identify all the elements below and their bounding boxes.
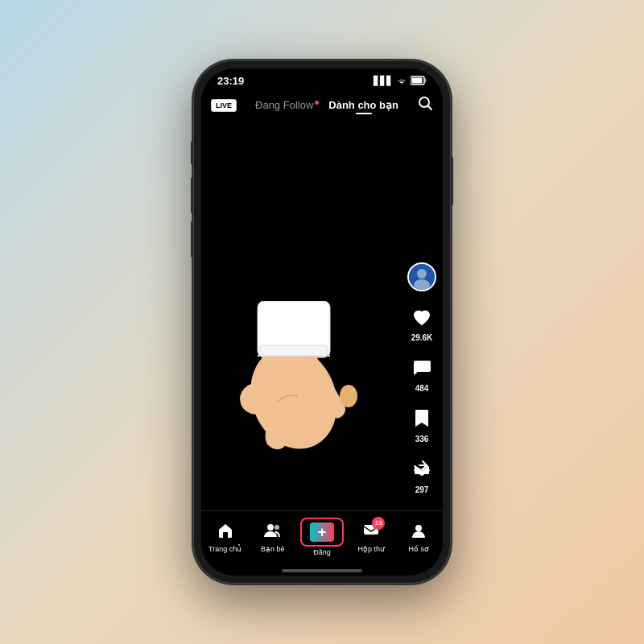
home-label: Trang chủ bbox=[208, 545, 242, 553]
inbox-icon: 13 bbox=[362, 522, 380, 543]
inbox-label: Hộp thư bbox=[357, 545, 385, 553]
video-area[interactable]: 29.6K 484 bbox=[201, 122, 443, 510]
share-icon bbox=[407, 455, 436, 484]
nav-tabs: Đang Follow Dành cho bạn bbox=[255, 99, 398, 111]
avatar-button[interactable] bbox=[407, 262, 436, 291]
bookmark-button[interactable]: 336 bbox=[407, 404, 436, 444]
post-button[interactable]: + bbox=[300, 518, 344, 547]
svg-rect-14 bbox=[223, 532, 228, 539]
nav-friends[interactable]: Bạn bè bbox=[253, 522, 293, 553]
share-count: 297 bbox=[415, 485, 429, 494]
signal-icon: ▋▋▋ bbox=[374, 76, 393, 86]
svg-point-6 bbox=[417, 269, 427, 279]
comment-icon bbox=[407, 353, 436, 382]
comment-count: 484 bbox=[415, 384, 429, 393]
battery-icon bbox=[411, 76, 427, 87]
nav-profile[interactable]: Hồ sơ bbox=[398, 522, 439, 553]
friends-label: Bạn bè bbox=[261, 545, 285, 553]
phone-screen: 23:19 ▋▋▋ bbox=[201, 68, 443, 576]
search-button[interactable] bbox=[417, 95, 433, 115]
svg-point-15 bbox=[267, 524, 274, 530]
svg-line-4 bbox=[428, 106, 432, 110]
post-label: Đăng bbox=[313, 548, 331, 556]
home-indicator bbox=[201, 569, 443, 576]
bookmark-icon bbox=[407, 404, 436, 433]
nav-post[interactable]: + Đăng bbox=[300, 518, 344, 556]
tab-following[interactable]: Đang Follow bbox=[255, 99, 319, 111]
post-plus-icon: + bbox=[310, 522, 334, 542]
svg-point-11 bbox=[340, 385, 357, 407]
tab-for-you[interactable]: Dành cho bạn bbox=[328, 99, 398, 111]
action-buttons: 29.6K 484 bbox=[407, 262, 436, 494]
profile-icon bbox=[410, 522, 427, 543]
comment-button[interactable]: 484 bbox=[407, 353, 436, 393]
like-count: 29.6K bbox=[411, 333, 433, 342]
following-dot bbox=[315, 101, 319, 105]
silent-button bbox=[191, 141, 193, 165]
status-icons: ▋▋▋ bbox=[374, 76, 427, 87]
volume-down-button bbox=[191, 221, 193, 258]
home-bar bbox=[282, 569, 362, 572]
avatar[interactable] bbox=[407, 262, 436, 291]
wifi-icon bbox=[396, 76, 407, 87]
svg-rect-2 bbox=[412, 77, 423, 83]
inbox-badge: 13 bbox=[372, 517, 385, 530]
bookmark-count: 336 bbox=[415, 435, 429, 444]
svg-rect-1 bbox=[425, 78, 427, 82]
svg-rect-13 bbox=[260, 345, 328, 356]
bottom-navigation: Trang chủ Bạn bè + Đ bbox=[201, 510, 443, 569]
nav-inbox[interactable]: 13 Hộp thư bbox=[351, 522, 391, 553]
profile-label: Hồ sơ bbox=[409, 545, 430, 553]
status-bar: 23:19 ▋▋▋ bbox=[201, 68, 443, 90]
status-time: 23:19 bbox=[217, 75, 244, 87]
like-button[interactable]: 29.6K bbox=[407, 303, 436, 342]
live-badge[interactable]: LIVE bbox=[211, 99, 237, 112]
home-icon bbox=[217, 522, 234, 543]
heart-icon bbox=[407, 303, 436, 332]
share-button[interactable]: 297 bbox=[407, 455, 436, 494]
phone-frame: 23:19 ▋▋▋ bbox=[193, 60, 451, 584]
volume-up-button bbox=[191, 177, 193, 213]
top-navigation: LIVE Đang Follow Dành cho bạn bbox=[201, 90, 443, 122]
hand-cursor bbox=[217, 301, 362, 462]
svg-point-16 bbox=[275, 525, 279, 530]
nav-home[interactable]: Trang chủ bbox=[205, 522, 246, 553]
power-button bbox=[451, 157, 453, 205]
svg-point-17 bbox=[415, 525, 422, 531]
friends-icon bbox=[263, 522, 283, 543]
